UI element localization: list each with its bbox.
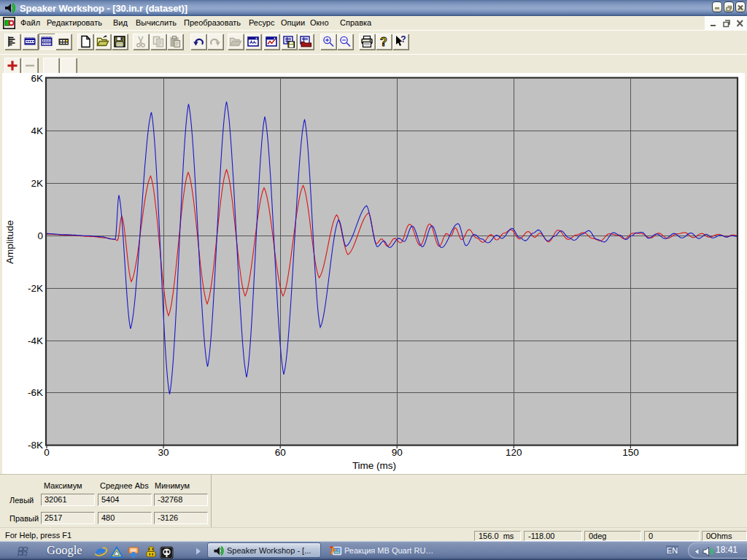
svg-text:Amplitude: Amplitude <box>4 220 15 264</box>
svg-text:150: 150 <box>622 447 639 458</box>
svg-text:120: 120 <box>506 447 522 458</box>
svg-text:-4K: -4K <box>28 335 43 346</box>
svg-text:4K: 4K <box>31 125 43 136</box>
svg-text:60: 60 <box>275 447 286 458</box>
svg-text:2K: 2K <box>31 178 43 189</box>
svg-text:-2K: -2K <box>28 283 43 294</box>
svg-text:Time (ms): Time (ms) <box>352 460 396 471</box>
svg-text:90: 90 <box>392 447 403 458</box>
svg-text:?: ? <box>400 35 406 44</box>
svg-text:-6K: -6K <box>28 387 43 398</box>
svg-text:?: ? <box>380 36 387 48</box>
svg-text:30: 30 <box>158 447 169 458</box>
svg-text:0: 0 <box>37 230 43 241</box>
svg-text:0: 0 <box>44 447 50 458</box>
svg-text:-8K: -8K <box>28 440 43 451</box>
svg-text:6K: 6K <box>31 73 43 84</box>
